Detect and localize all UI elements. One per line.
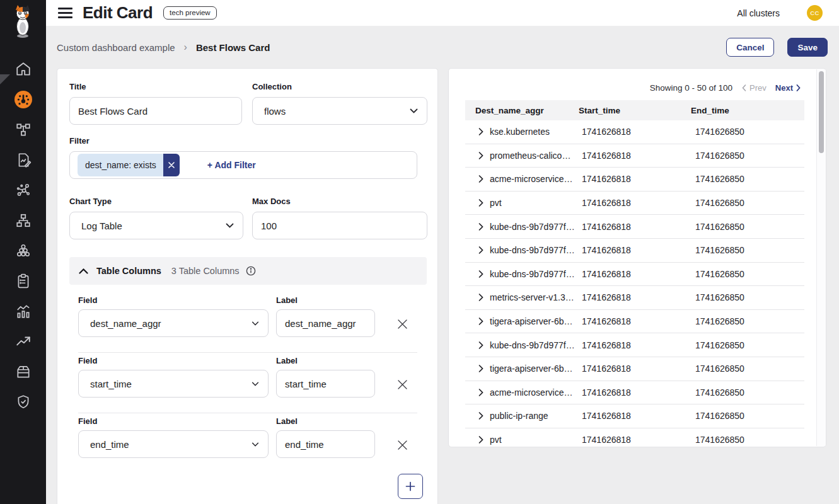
- table-row[interactable]: public-ip-range17416268181741626850: [465, 404, 804, 428]
- table-row[interactable]: kube-dns-9b7d977f…17416268181741626850: [465, 333, 804, 357]
- field-select[interactable]: dest_name_aggr: [78, 309, 269, 337]
- table-row[interactable]: metrics-server-v1.3…17416268181741626850: [465, 286, 804, 310]
- expand-row-chevron-icon[interactable]: [478, 152, 483, 159]
- table-body: kse.kubernetes17416268181741626850promet…: [465, 120, 804, 447]
- expand-row-chevron-icon[interactable]: [478, 365, 483, 372]
- filter-label: Filter: [69, 136, 417, 146]
- cluster-selector[interactable]: All clusters: [737, 8, 780, 18]
- service-graph-icon: [15, 182, 32, 198]
- collection-select[interactable]: flows: [252, 97, 427, 125]
- expand-row-chevron-icon[interactable]: [478, 223, 483, 231]
- cell-end-time: 1741626850: [691, 316, 804, 326]
- table-row[interactable]: pvt17416268181741626850: [465, 428, 804, 447]
- cluster-group-icon: [15, 243, 32, 259]
- chart-type-select[interactable]: Log Table: [69, 212, 243, 239]
- label-label: Label: [276, 416, 298, 426]
- divider: [78, 352, 417, 353]
- expand-row-chevron-icon[interactable]: [478, 270, 483, 278]
- prev-page-button[interactable]: Prev: [742, 83, 767, 93]
- title-input[interactable]: [69, 97, 242, 125]
- field-select[interactable]: end_time: [78, 430, 269, 458]
- close-icon: [397, 440, 408, 450]
- scrollbar-thumb[interactable]: [819, 71, 824, 153]
- save-button[interactable]: Save: [787, 38, 828, 57]
- field-select[interactable]: start_time: [78, 370, 269, 398]
- sidebar-item-dashboards[interactable]: [0, 84, 46, 115]
- table-row[interactable]: kube-dns-9b7d977f…17416268181741626850: [465, 215, 804, 239]
- cell-dest-name: kube-dns-9b7d977f…: [490, 245, 575, 255]
- cell-end-time: 1741626850: [691, 435, 804, 445]
- avatar[interactable]: CC: [807, 5, 823, 21]
- expand-row-chevron-icon[interactable]: [478, 412, 483, 420]
- sidebar-item-home[interactable]: [0, 54, 46, 84]
- table-header-row: Dest_name_aggr Start_time End_time: [465, 100, 804, 120]
- add-filter-button[interactable]: + Add Filter: [207, 160, 256, 170]
- remove-filter-button[interactable]: [163, 154, 180, 176]
- sitemap-icon: [15, 212, 32, 229]
- table-row[interactable]: acme-microservice…17416268181741626850: [465, 168, 804, 192]
- calico-cat-logo[interactable]: [9, 4, 37, 39]
- expand-row-chevron-icon[interactable]: [478, 128, 483, 135]
- sidebar-item-policies[interactable]: [0, 266, 46, 296]
- sidebar-item-trends[interactable]: [0, 326, 46, 357]
- table-row[interactable]: tigera-apiserver-6b…17416268181741626850: [465, 357, 804, 381]
- add-column-button[interactable]: [398, 474, 423, 499]
- table-columns-section-header[interactable]: Table Columns 3 Table Columns: [69, 257, 427, 285]
- package-box-icon: [15, 364, 32, 380]
- table-row[interactable]: prometheus-calico…17416268181741626850: [465, 144, 804, 168]
- sidebar-item-analytics[interactable]: [0, 296, 46, 326]
- field-label: Field: [78, 295, 97, 305]
- sidebar-item-packages[interactable]: [0, 357, 46, 387]
- sidebar-item-clusters-tree[interactable]: [0, 205, 46, 236]
- remove-column-button[interactable]: [395, 377, 409, 391]
- cell-start-time: 1741626818: [579, 435, 691, 445]
- close-icon: [397, 379, 408, 390]
- field-value: start_time: [90, 379, 132, 389]
- expand-row-chevron-icon[interactable]: [478, 175, 483, 183]
- cell-start-time: 1741626818: [579, 269, 691, 279]
- expand-row-chevron-icon[interactable]: [478, 294, 483, 301]
- expand-row-chevron-icon[interactable]: [478, 199, 483, 207]
- table-row[interactable]: kse.kubernetes17416268181741626850: [465, 120, 804, 144]
- sidebar-item-workloads[interactable]: [0, 236, 46, 266]
- home-icon: [15, 61, 32, 77]
- chevron-up-icon: [79, 268, 88, 274]
- actionbar: Custom dashboard example › Best Flows Ca…: [57, 37, 828, 58]
- cancel-button[interactable]: Cancel: [726, 38, 774, 57]
- dashboard-gauge-icon: [13, 89, 33, 110]
- expand-row-chevron-icon[interactable]: [478, 318, 483, 325]
- label-input[interactable]: [276, 370, 375, 398]
- scrollbar-track[interactable]: [816, 69, 826, 446]
- table-row[interactable]: acme-microservice…17416268181741626850: [465, 381, 804, 405]
- cell-end-time: 1741626850: [691, 127, 804, 137]
- filter-box[interactable]: dest_name: exists + Add Filter: [69, 151, 417, 179]
- clipboard-icon: [15, 273, 32, 289]
- chart-type-label: Chart Type: [69, 197, 243, 206]
- expand-row-chevron-icon[interactable]: [478, 389, 483, 396]
- breadcrumb-parent[interactable]: Custom dashboard example: [57, 42, 175, 53]
- pagination-showing: Showing 0 - 50 of 100: [650, 83, 732, 93]
- sidebar-item-security[interactable]: [0, 387, 46, 417]
- remove-column-button[interactable]: [395, 317, 409, 331]
- label-input[interactable]: [276, 430, 375, 458]
- next-page-button[interactable]: Next: [775, 83, 801, 93]
- expand-row-chevron-icon[interactable]: [478, 246, 483, 254]
- sidebar-item-network-topology[interactable]: [0, 115, 46, 145]
- sidebar-item-service-graph[interactable]: [0, 175, 46, 205]
- card-preview-panel: Showing 0 - 50 of 100 Prev Next Dest_nam…: [448, 68, 826, 447]
- hamburger-menu-icon[interactable]: [58, 8, 72, 18]
- table-row[interactable]: tigera-apiserver-6b…17416268181741626850: [465, 310, 804, 334]
- cell-start-time: 1741626818: [579, 316, 691, 326]
- table-row[interactable]: kube-dns-9b7d977f…17416268181741626850: [465, 263, 804, 287]
- remove-column-button[interactable]: [395, 438, 409, 452]
- max-docs-input[interactable]: [252, 212, 427, 239]
- chevron-down-icon: [252, 382, 259, 386]
- sidebar-item-reports[interactable]: [0, 145, 46, 175]
- cell-dest-name: kube-dns-9b7d977f…: [490, 269, 575, 279]
- expand-row-chevron-icon[interactable]: [478, 436, 483, 444]
- field-value: end_time: [90, 439, 129, 450]
- expand-row-chevron-icon[interactable]: [478, 341, 483, 349]
- table-row[interactable]: pvt17416268181741626850: [465, 192, 804, 215]
- label-input[interactable]: [276, 309, 375, 337]
- table-row[interactable]: kube-dns-9b7d977f…17416268181741626850: [465, 239, 804, 263]
